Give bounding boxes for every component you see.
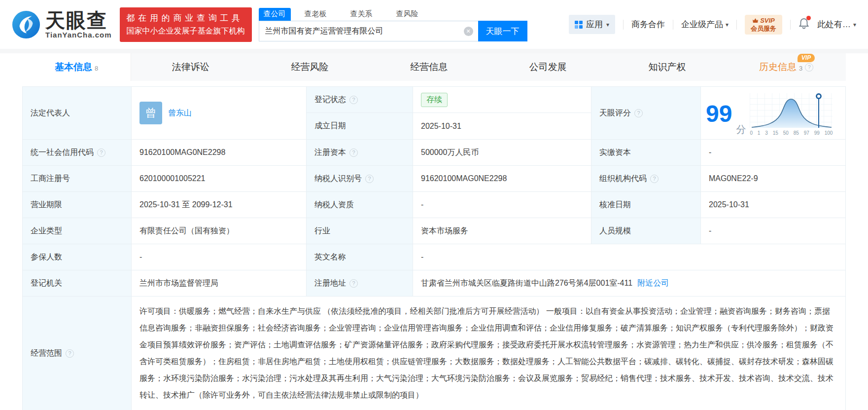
table-row: 经营范围 ? 许可项目：供暖服务；燃气经营；自来水生产与供应 （依法须经批准的项…: [23, 297, 845, 410]
org-code-label: 组织机构代码 ?: [591, 166, 701, 192]
tab-operating-info[interactable]: 经营信息: [369, 53, 488, 81]
search-tab-company[interactable]: 查公司: [259, 8, 291, 21]
help-icon[interactable]: ?: [66, 349, 74, 358]
reg-authority-label: 登记机关: [23, 270, 132, 297]
tab-history-info[interactable]: VIP 历史信息 3 ?: [727, 53, 846, 81]
search-tab-risk[interactable]: 查风险: [391, 8, 423, 21]
table-row: 法定代表人 曾 曾东山 登记状态 ? 存续 成立日期 2025-10-31: [23, 87, 845, 140]
english-name-label: 英文名称: [307, 244, 413, 270]
taxpayer-quality-label: 纳税人资质: [307, 192, 413, 218]
tab-operating-risk[interactable]: 经营风险: [250, 53, 370, 81]
reg-authority-label-text: 登记机关: [31, 278, 62, 289]
header: 天眼查 TianYanCha.com 都 在 用 的 商 业 查 询 工 具 国…: [0, 0, 868, 49]
business-term-label: 营业期限: [23, 192, 132, 218]
taxpayer-quality-value: -: [413, 192, 591, 218]
tick: 0: [750, 130, 753, 136]
approval-date-label: 核准日期: [591, 192, 701, 218]
score-value: 99 分: [701, 87, 845, 140]
nearby-companies-link[interactable]: 附近公司: [637, 278, 669, 289]
help-icon[interactable]: ?: [650, 175, 659, 183]
company-type-label-text: 企业类型: [31, 226, 62, 236]
reg-status-label-text: 登记状态: [314, 95, 346, 105]
tianyancha-logo[interactable]: 天眼查 TianYanCha.com: [12, 10, 112, 39]
business-coop-link[interactable]: 商务合作: [631, 19, 665, 30]
business-scope-value: 许可项目：供暖服务；燃气经营；自来水生产与供应 （依法须经批准的项目，经相关部门…: [132, 297, 845, 410]
tick: 50: [783, 130, 789, 136]
tab-history-label: 历史信息: [759, 61, 797, 74]
tab-basic-info[interactable]: 基本信息 8: [22, 53, 131, 81]
taxpayer-quality-label-text: 纳税人资质: [314, 200, 354, 210]
paid-capital-label: 实缴资本: [591, 140, 701, 166]
taxpayer-id-label: 纳税人识别号 ?: [307, 166, 413, 192]
reg-status-value: 存续: [413, 87, 591, 113]
reg-address-value: 甘肃省兰州市城关区临夏路街道中山路276号第4层001室-411 附近公司: [413, 270, 845, 297]
search-tab-boss[interactable]: 查老板: [300, 8, 332, 21]
tab-risk-label: 经营风险: [291, 61, 328, 74]
nav-divider: [736, 20, 737, 30]
notification-dot: [806, 16, 811, 20]
banner-line-2: 国家中小企业发展子基金旗下机构: [127, 25, 245, 37]
table-row: 统一社会信用代码 ? 91620100MAG0NE2298 注册资本 ? 500…: [23, 140, 845, 166]
org-code-value: MAG0NE22-9: [701, 166, 845, 192]
search-tab-relation[interactable]: 查关系: [346, 8, 378, 21]
staff-size-label: 人员规模: [591, 218, 701, 244]
paid-capital-label-text: 实缴资本: [599, 148, 631, 158]
chevron-down-icon: ▾: [606, 21, 609, 28]
help-icon[interactable]: ?: [365, 175, 374, 183]
enterprise-products-menu[interactable]: 企业级产品 ▾: [681, 19, 729, 30]
tick: 99: [814, 130, 820, 136]
svip-subtitle: 会员服务: [751, 25, 776, 33]
clear-search-icon[interactable]: ✕: [464, 27, 473, 36]
search-button[interactable]: 天眼一下: [478, 21, 527, 41]
tab-operation-label: 经营信息: [410, 61, 448, 74]
legal-rep-name-link[interactable]: 曾东山: [168, 108, 192, 118]
header-nav: 应用 ▾ 商务合作 企业级产品 ▾ SVIP 会员服务: [569, 15, 856, 35]
tab-intellectual-property[interactable]: 知识产权: [608, 53, 727, 81]
help-icon[interactable]: ?: [805, 63, 813, 72]
company-type-label: 企业类型: [23, 218, 132, 244]
credit-code-label-text: 统一社会信用代码: [31, 148, 94, 158]
business-scope-label: 经营范围 ?: [23, 297, 132, 410]
tab-legal-proceedings[interactable]: 法律诉讼: [131, 53, 250, 81]
help-icon[interactable]: ?: [349, 96, 358, 104]
vip-tag: VIP: [798, 54, 815, 62]
establish-date-label-text: 成立日期: [314, 121, 346, 131]
help-icon[interactable]: ?: [97, 149, 105, 157]
reg-number-label-text: 工商注册号: [31, 174, 70, 184]
svip-title: SVIP: [760, 17, 775, 25]
reg-address-label-text: 注册地址: [314, 278, 346, 289]
tick: 85: [794, 130, 799, 136]
tab-ip-label: 知识产权: [648, 61, 686, 74]
reg-capital-label: 注册资本 ?: [307, 140, 413, 166]
reg-capital-value: 500000万人民币: [413, 140, 591, 166]
apps-menu[interactable]: 应用 ▾: [569, 15, 615, 34]
tab-development-label: 公司发展: [529, 61, 567, 74]
tab-basic-info-label: 基本信息: [55, 61, 92, 74]
help-icon[interactable]: ?: [349, 149, 358, 157]
search-input[interactable]: [259, 21, 478, 41]
tab-company-development[interactable]: 公司发展: [488, 53, 608, 81]
user-label: 此处有…: [817, 19, 851, 30]
legal-rep-avatar[interactable]: 曾: [139, 102, 162, 124]
credit-code-label: 统一社会信用代码 ?: [23, 140, 132, 166]
help-icon[interactable]: ?: [349, 279, 358, 288]
chevron-down-icon: ▾: [726, 21, 729, 28]
english-name-value: -: [413, 244, 845, 270]
apps-grid-icon: [575, 21, 583, 29]
score-label-text: 天眼评分: [599, 108, 631, 118]
legal-rep-value: 曾 曾东山: [132, 87, 307, 140]
help-icon[interactable]: ?: [634, 109, 643, 117]
logo-subtitle: TianYanCha.com: [45, 31, 112, 39]
industry-value: 资本市场服务: [413, 218, 591, 244]
svip-member-badge[interactable]: SVIP 会员服务: [745, 15, 782, 35]
tick: 100: [825, 130, 833, 136]
notification-bell[interactable]: [799, 17, 809, 32]
paid-capital-value: -: [701, 140, 845, 166]
industry-label: 行业: [307, 218, 413, 244]
table-row: 登记机关 兰州市市场监督管理局 注册地址 ? 甘肃省兰州市城关区临夏路街道中山路…: [23, 270, 845, 297]
svip-crown-icon: [752, 18, 759, 23]
table-row: 工商注册号 620100001005221 纳税人识别号 ? 91620100M…: [23, 166, 845, 192]
reg-number-label: 工商注册号: [23, 166, 132, 192]
user-menu[interactable]: 此处有… ▾: [817, 19, 856, 30]
english-name-label-text: 英文名称: [314, 252, 346, 262]
